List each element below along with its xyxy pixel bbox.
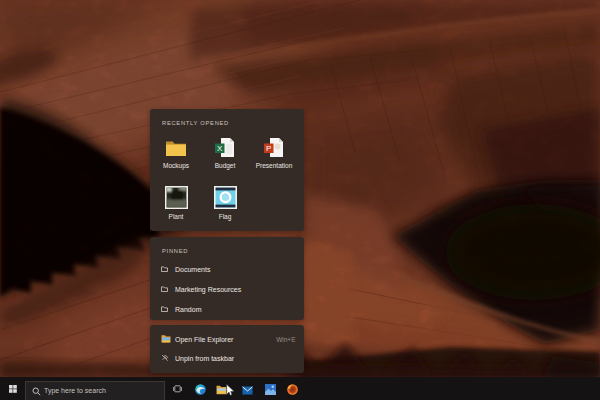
- svg-text:X: X: [217, 143, 223, 152]
- svg-text:P: P: [266, 143, 271, 152]
